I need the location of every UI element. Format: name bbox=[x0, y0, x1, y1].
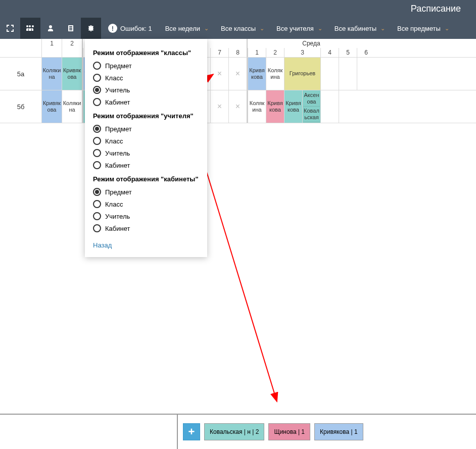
period-header: 2 bbox=[62, 39, 82, 57]
chevron-down-icon: ⌄ bbox=[260, 25, 264, 32]
radio-option[interactable]: Учитель bbox=[93, 147, 199, 159]
schedule-cell bbox=[357, 58, 375, 90]
radio-option[interactable]: Класс bbox=[93, 72, 199, 84]
radio-option[interactable]: Класс bbox=[93, 135, 199, 147]
radio-icon bbox=[93, 137, 101, 145]
period-header: 8 bbox=[228, 48, 247, 57]
schedule-cell[interactable]: Кривякова bbox=[284, 90, 302, 123]
radio-option[interactable]: Учитель bbox=[93, 84, 199, 96]
chevron-down-icon: ⌄ bbox=[380, 25, 385, 32]
radio-option[interactable]: Класс bbox=[93, 198, 199, 210]
period-header: 1 bbox=[41, 39, 62, 57]
period-header: 1 bbox=[248, 48, 266, 57]
filter-dropdown[interactable]: Все классы⌄ bbox=[215, 18, 270, 39]
day-header-row: 12 Вторник 12345678 Среда 123456 bbox=[0, 39, 476, 58]
radio-option[interactable]: Предмет bbox=[93, 60, 199, 72]
schedule-cell[interactable]: Колякина bbox=[266, 58, 284, 90]
schedule-cell[interactable]: Колякина bbox=[41, 58, 62, 90]
schedule-cell[interactable]: Колякина bbox=[248, 90, 266, 123]
teacher-chip[interactable]: Кривякова | 1 bbox=[314, 423, 363, 440]
display-mode-dropdown: Режим отображения "классы"ПредметКлассУч… bbox=[85, 39, 207, 257]
radio-icon bbox=[93, 161, 101, 169]
footer: + Ковальская | н | 2Щинова | 1Кривякова … bbox=[0, 414, 476, 449]
errors-indicator[interactable]: ! Ошибок: 1 bbox=[101, 18, 159, 39]
footer-right: + Ковальская | н | 2Щинова | 1Кривякова … bbox=[178, 415, 476, 449]
schedule-cell bbox=[320, 90, 339, 123]
schedule-cell[interactable]: × bbox=[210, 90, 228, 123]
radio-option[interactable]: Учитель bbox=[93, 210, 199, 222]
radio-option[interactable]: Кабинет bbox=[93, 222, 199, 234]
filter-dropdown[interactable]: Все учителя⌄ bbox=[270, 18, 328, 39]
chevron-down-icon: ⌄ bbox=[318, 25, 322, 32]
schedule-cell bbox=[339, 58, 357, 90]
period-header: 4 bbox=[320, 48, 339, 57]
errors-label: Ошибок: 1 bbox=[120, 25, 152, 32]
radio-option[interactable]: Предмет bbox=[93, 123, 199, 135]
class-row: 5аКолякинаКривяковалякинаКривяковаКривяк… bbox=[0, 58, 476, 90]
chevron-down-icon: ⌄ bbox=[445, 25, 449, 32]
filter-dropdown[interactable]: Все предметы⌄ bbox=[391, 18, 455, 39]
radio-option[interactable]: Кабинет bbox=[93, 159, 199, 171]
period-header: 2 bbox=[266, 48, 284, 57]
radio-icon bbox=[93, 125, 101, 133]
schedule-grid: 12 Вторник 12345678 Среда 123456 5аКоляк… bbox=[0, 39, 476, 123]
settings-button[interactable] bbox=[81, 18, 101, 39]
period-header: 7 bbox=[210, 48, 228, 57]
filter-dropdown[interactable]: Все кабинеты⌄ bbox=[328, 18, 391, 39]
schedule-cell[interactable]: × bbox=[228, 58, 247, 90]
schedule-cell[interactable]: Кривякова bbox=[266, 90, 284, 123]
schedule-cell bbox=[339, 90, 357, 123]
teachers-view-button[interactable] bbox=[40, 18, 61, 39]
classes-view-button[interactable] bbox=[20, 18, 40, 39]
fullscreen-button[interactable] bbox=[0, 18, 20, 39]
schedule-cell[interactable]: Колякина bbox=[62, 90, 82, 123]
radio-icon bbox=[93, 86, 101, 94]
radio-icon bbox=[93, 224, 101, 232]
schedule-cell[interactable]: Кривякова bbox=[248, 58, 266, 90]
chevron-down-icon: ⌄ bbox=[204, 25, 209, 32]
schedule-cell[interactable]: Кривякова bbox=[41, 90, 62, 123]
radio-icon bbox=[93, 200, 101, 208]
schedule-cell bbox=[320, 58, 339, 90]
radio-option[interactable]: Предмет bbox=[93, 186, 199, 198]
radio-option[interactable]: Кабинет bbox=[93, 96, 199, 108]
period-header: 3 bbox=[284, 48, 320, 57]
radio-icon bbox=[93, 188, 101, 196]
day-label: Среда bbox=[248, 39, 375, 48]
dropdown-section-title: Режим отображения "учителя" bbox=[93, 112, 199, 120]
app-header: Расписание bbox=[0, 0, 476, 18]
filter-dropdown[interactable]: Все недели⌄ bbox=[159, 18, 215, 39]
toolbar: ! Ошибок: 1 Все недели⌄Все классы⌄Все уч… bbox=[0, 18, 476, 39]
radio-icon bbox=[93, 149, 101, 157]
period-header: 6 bbox=[357, 48, 375, 57]
radio-icon bbox=[93, 98, 101, 106]
radio-icon bbox=[93, 74, 101, 82]
schedule-cell[interactable]: Григорьев bbox=[284, 58, 320, 90]
add-button[interactable]: + bbox=[183, 423, 200, 440]
radio-icon bbox=[93, 212, 101, 220]
schedule-cell[interactable]: × bbox=[228, 90, 247, 123]
rooms-view-button[interactable] bbox=[61, 18, 81, 39]
teacher-chip[interactable]: Ковальская | н | 2 bbox=[204, 423, 264, 440]
back-link[interactable]: Назад bbox=[93, 241, 112, 249]
class-row: 5бКривяковаКолякинаивяковаЩиноваКолякина… bbox=[0, 90, 476, 123]
class-label: 5б bbox=[0, 90, 41, 123]
schedule-cell[interactable]: АксеноваКовальская bbox=[302, 90, 320, 123]
dropdown-section-title: Режим отображения "классы" bbox=[93, 49, 199, 57]
class-label: 5а bbox=[0, 58, 41, 90]
radio-icon bbox=[93, 62, 101, 70]
dropdown-section-title: Режим отображения "кабинеты" bbox=[93, 175, 199, 183]
period-header: 5 bbox=[339, 48, 357, 57]
schedule-cell[interactable]: Кривякова bbox=[62, 58, 82, 90]
filters-row: Все недели⌄Все классы⌄Все учителя⌄Все ка… bbox=[159, 18, 476, 39]
alert-icon: ! bbox=[108, 24, 117, 33]
schedule-cell[interactable]: × bbox=[210, 58, 228, 90]
teacher-chip[interactable]: Щинова | 1 bbox=[268, 423, 310, 440]
footer-left bbox=[0, 415, 178, 449]
page-title: Расписание bbox=[411, 4, 461, 14]
